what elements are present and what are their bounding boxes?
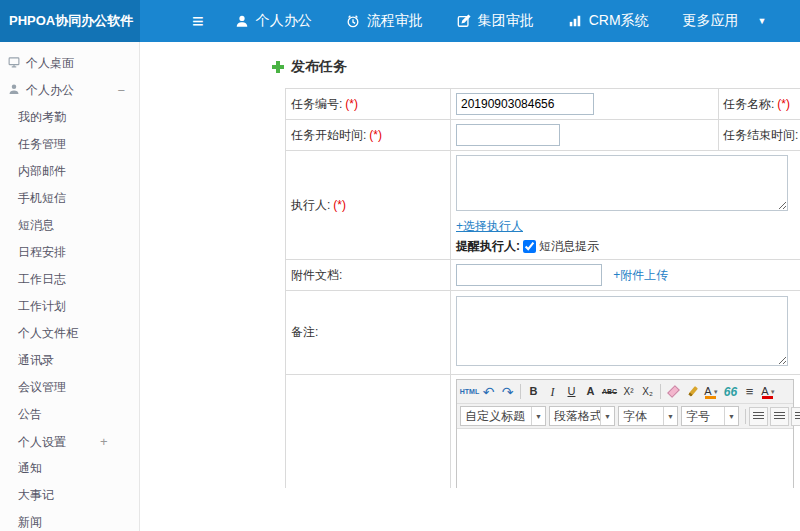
underline-icon[interactable]: U: [562, 382, 581, 401]
form-row-remark: 备注:: [286, 291, 800, 375]
redo-icon[interactable]: ↷: [498, 382, 517, 401]
sidebar-item[interactable]: 个人文件柜: [0, 320, 139, 347]
caret-down-icon: ▼: [713, 389, 719, 395]
start-time-input[interactable]: [456, 124, 560, 146]
task-number-input[interactable]: [456, 93, 594, 115]
app-logo: PHPOA协同办公软件: [0, 0, 140, 42]
sidebar: 个人桌面个人办公−我的考勤任务管理内部邮件手机短信短消息日程安排工作日志工作计划…: [0, 42, 140, 531]
sidebar-item-label: 手机短信: [18, 191, 66, 205]
sidebar-item[interactable]: 通知: [0, 455, 139, 482]
process-clock-icon: [346, 14, 360, 28]
sms-remind-checkbox[interactable]: [523, 240, 536, 253]
source-code-icon[interactable]: HTML: [460, 382, 479, 401]
toolbar-separator: [520, 384, 521, 399]
italic-icon[interactable]: I: [543, 382, 562, 401]
sidebar-item[interactable]: 工作计划: [0, 293, 139, 320]
nav-item-group-approval[interactable]: 集团审批: [440, 0, 551, 42]
user-icon: [8, 78, 20, 90]
form-label-cell: 附件文档:: [286, 260, 451, 291]
sidebar-list: 个人桌面个人办公−我的考勤任务管理内部邮件手机短信短消息日程安排工作日志工作计划…: [0, 50, 139, 531]
sidebar-item[interactable]: 个人办公−: [0, 77, 139, 104]
sidebar-item[interactable]: 通讯录: [0, 347, 139, 374]
sidebar-item[interactable]: 内部邮件: [0, 158, 139, 185]
caret-down-icon: ▼: [663, 407, 677, 425]
task-number-label: 任务编号:: [291, 97, 342, 111]
attachment-input[interactable]: [456, 264, 602, 286]
sidebar-item-label: 工作日志: [18, 272, 66, 286]
form-label-cell: 执行人:(*): [286, 151, 451, 260]
nav-label: 流程审批: [367, 12, 423, 30]
start-time-label: 任务开始时间:: [291, 128, 366, 142]
sidebar-item-label: 我的考勤: [18, 110, 66, 124]
nav-label: CRM系统: [589, 12, 649, 30]
hamburger-menu-icon[interactable]: ≡: [192, 0, 204, 42]
executor-textarea[interactable]: [456, 155, 788, 211]
sidebar-item[interactable]: 工作日志: [0, 266, 139, 293]
minus-toggle-icon[interactable]: −: [117, 77, 125, 104]
align-right-icon[interactable]: [791, 407, 800, 426]
nav-item-more-apps[interactable]: 更多应用 ▼: [666, 0, 784, 42]
choose-executor-link[interactable]: +选择执行人: [456, 219, 523, 233]
nav-item-personal-office[interactable]: 个人办公: [218, 0, 329, 42]
sidebar-item-label: 会议管理: [18, 380, 66, 394]
plus-toggle-icon[interactable]: +: [100, 434, 108, 449]
sidebar-item[interactable]: 公告: [0, 401, 139, 428]
form-value-cell: [451, 291, 800, 375]
form-label-cell: 备注:: [286, 291, 451, 375]
sidebar-item[interactable]: 个人桌面: [0, 50, 139, 77]
toolbar-separator: [745, 409, 746, 424]
sidebar-item-label: 通知: [18, 461, 42, 475]
page-title-text: 发布任务: [291, 58, 347, 76]
align-left-icon[interactable]: [749, 407, 768, 426]
form-value-cell: +选择执行人 提醒执行人: 短消息提示: [451, 151, 800, 260]
font-color-icon[interactable]: A▼: [759, 382, 778, 401]
editor-content-area[interactable]: [457, 429, 793, 488]
custom-title-select[interactable]: 自定义标题▼: [460, 406, 546, 426]
required-marker: (*): [333, 198, 346, 212]
strikethrough-icon[interactable]: ABC: [600, 382, 619, 401]
remark-label: 备注:: [291, 325, 318, 339]
remark-textarea[interactable]: [456, 296, 788, 366]
required-marker: (*): [345, 97, 358, 111]
sidebar-item[interactable]: 任务管理: [0, 131, 139, 158]
caret-down-icon: ▼: [724, 407, 738, 425]
nav-label: 更多应用: [683, 12, 739, 30]
font-size-select[interactable]: 字号▼: [681, 406, 739, 426]
editor-toolbar-row2: 自定义标题▼段落格式▼字体▼字号▼: [457, 404, 793, 429]
sidebar-item-label: 通讯录: [18, 353, 54, 367]
font-family-select[interactable]: 字体▼: [618, 406, 678, 426]
nav-item-crm-system[interactable]: CRM系统: [551, 0, 666, 42]
paragraph-format-select[interactable]: 段落格式▼: [549, 406, 615, 426]
bold-icon[interactable]: B: [524, 382, 543, 401]
list-icon[interactable]: ≡: [740, 382, 759, 401]
sidebar-item[interactable]: 会议管理: [0, 374, 139, 401]
sidebar-item-label: 个人文件柜: [18, 326, 78, 340]
subscript-icon[interactable]: X₂: [638, 382, 657, 401]
align-center-icon[interactable]: [770, 407, 789, 426]
sidebar-item[interactable]: 手机短信: [0, 185, 139, 212]
sidebar-item[interactable]: 个人设置+: [0, 428, 139, 455]
nav-item-process-approval[interactable]: 流程审批: [329, 0, 440, 42]
form-value-cell: +附件上传: [451, 260, 800, 291]
highlight-color-icon[interactable]: A▼: [702, 382, 721, 401]
superscript-icon[interactable]: X²: [619, 382, 638, 401]
blockquote-icon[interactable]: 66: [721, 382, 740, 401]
sidebar-item-label: 日程安排: [18, 245, 66, 259]
attachment-upload-link[interactable]: +附件上传: [613, 268, 668, 282]
desktop-icon: [8, 51, 20, 63]
eraser-icon[interactable]: [664, 382, 683, 401]
sidebar-item[interactable]: 日程安排: [0, 239, 139, 266]
undo-icon[interactable]: ↶: [479, 382, 498, 401]
sidebar-item[interactable]: 短消息: [0, 212, 139, 239]
format-brush-icon[interactable]: [683, 382, 702, 401]
sidebar-item-label: 工作计划: [18, 299, 66, 313]
form-value-cell: [451, 89, 719, 120]
form-row-executor: 执行人:(*) +选择执行人 提醒执行人: 短消息提示: [286, 151, 800, 260]
sidebar-item[interactable]: 我的考勤: [0, 104, 139, 131]
sidebar-item[interactable]: 大事记: [0, 482, 139, 509]
sidebar-item[interactable]: 新闻: [0, 509, 139, 531]
sidebar-item-label: 任务管理: [18, 137, 66, 151]
sidebar-item-label: 内部邮件: [18, 164, 66, 178]
font-style-icon[interactable]: A: [581, 382, 600, 401]
sidebar-item-label: 个人桌面: [26, 56, 74, 70]
